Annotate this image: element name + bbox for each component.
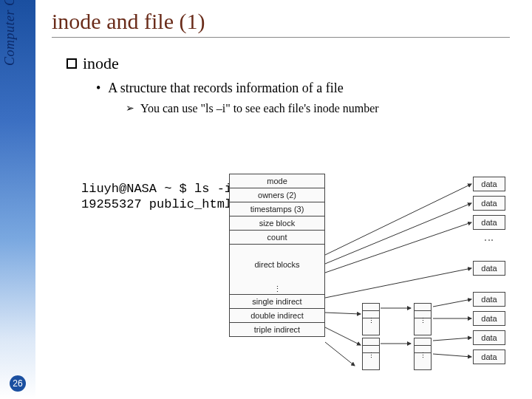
- data-block-3: data: [473, 215, 505, 230]
- svg-line-10: [433, 338, 471, 341]
- inode-field-mode: mode: [229, 174, 325, 188]
- data-block-7: data: [473, 330, 505, 345]
- terminal-line-2: 19255327 public_html: [81, 197, 232, 212]
- ptr-block-single2: ⋮: [414, 303, 432, 335]
- bullet-heading: inode: [66, 54, 525, 73]
- terminal-line-1: liuyh@NASA ~ $ ls -i: [81, 181, 232, 197]
- data-block-4: data: [473, 261, 505, 276]
- inode-field-direct: direct blocks: [229, 244, 325, 284]
- inode-field-triple: triple indirect: [229, 322, 325, 337]
- svg-line-0: [325, 184, 471, 255]
- ptr-block-double1: ⋮: [362, 338, 380, 370]
- ptr-block-double2: ⋮: [414, 338, 432, 370]
- svg-line-1: [325, 203, 471, 264]
- data-block-2: data: [473, 196, 505, 211]
- inode-field-count: count: [229, 230, 325, 244]
- bullet-subsub: You can use "ls –i" to see each file's i…: [126, 102, 525, 115]
- inode-field-gap: ⋮: [229, 284, 325, 294]
- svg-line-12: [325, 342, 355, 366]
- bullet-heading-text: inode: [83, 54, 119, 73]
- svg-line-8: [325, 327, 361, 345]
- inode-diagram: mode owners (2) timestamps (3) size bloc…: [229, 174, 525, 388]
- svg-line-3: [325, 268, 471, 298]
- data-block-6: data: [473, 311, 505, 326]
- inode-field-sizeblock: size block: [229, 216, 325, 230]
- inode-structure: mode owners (2) timestamps (3) size bloc…: [229, 174, 325, 337]
- bullet-sub: A structure that records information of …: [96, 81, 525, 96]
- inode-field-timestamps: timestamps (3): [229, 202, 325, 216]
- data-block-1: data: [473, 177, 505, 191]
- svg-line-11: [433, 354, 471, 357]
- inode-field-single: single indirect: [229, 294, 325, 308]
- square-bullet-icon: [66, 58, 77, 69]
- slide-number: 26: [10, 375, 26, 392]
- slide-title: inode and file (1): [52, 9, 510, 38]
- svg-line-6: [433, 299, 471, 307]
- bullet-subsub-text: You can use "ls –i" to see each file's i…: [140, 102, 379, 115]
- terminal-output: liuyh@NASA ~ $ ls -i 19255327 public_htm…: [81, 181, 232, 213]
- inode-field-double: double indirect: [229, 308, 325, 322]
- sidebar-org-text: Computer Center, CS, NCTU: [2, 0, 18, 66]
- ptr-block-single: ⋮: [362, 303, 380, 335]
- svg-line-4: [325, 313, 361, 314]
- inode-field-owners: owners (2): [229, 188, 325, 202]
- data-block-8: data: [473, 349, 505, 364]
- slide-content: inode and file (1) inode A structure tha…: [52, 9, 525, 115]
- bullet-sub-text: A structure that records information of …: [108, 81, 343, 96]
- svg-line-2: [325, 222, 471, 273]
- data-block-5: data: [473, 292, 505, 307]
- vdots-icon: ⋮: [488, 236, 491, 245]
